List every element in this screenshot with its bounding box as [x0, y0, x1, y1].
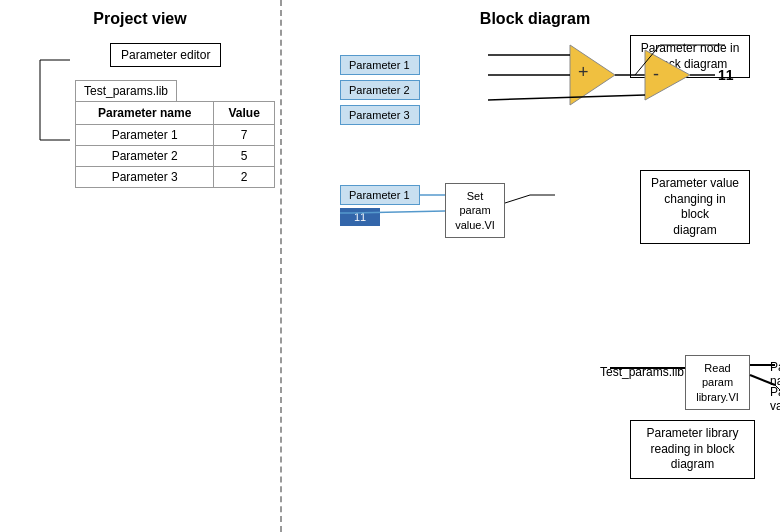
diagram1-svg: + - 11	[570, 40, 780, 160]
param-node-1: Parameter 1	[340, 55, 420, 75]
diagram2-svg	[420, 185, 620, 245]
svg-text:11: 11	[718, 67, 734, 83]
svg-marker-5	[645, 50, 690, 100]
param-editor-label: Parameter editor	[110, 43, 221, 67]
svg-text:+: +	[578, 62, 589, 82]
col-header-name: Parameter name	[76, 102, 214, 125]
table-cell-2-0: Parameter 3	[76, 167, 214, 188]
svg-line-11	[488, 95, 645, 100]
bracket-svg	[30, 55, 60, 175]
param-table: Parameter name Value Parameter 17Paramet…	[75, 101, 275, 188]
param-node-2: Parameter 2	[340, 80, 420, 100]
table-row: Parameter 17	[76, 125, 275, 146]
col-header-value: Value	[214, 102, 275, 125]
table-row: Parameter 32	[76, 167, 275, 188]
table-cell-2-1: 2	[214, 167, 275, 188]
diagram2-annotation: Parameter valuechanging in blockdiagram	[640, 170, 750, 244]
table-row: Parameter 25	[76, 146, 275, 167]
param-node-3: Parameter 3	[340, 105, 420, 125]
svg-line-17	[505, 195, 530, 203]
table-cell-1-0: Parameter 2	[76, 146, 214, 167]
diagram3-svg	[580, 350, 780, 470]
table-cell-0-1: 7	[214, 125, 275, 146]
lib-name: Test_params.lib	[75, 80, 177, 101]
table-cell-0-0: Parameter 1	[76, 125, 214, 146]
svg-text:-: -	[653, 64, 659, 84]
svg-line-21	[750, 375, 775, 385]
main-container: Project view Parameter editor Test_param…	[0, 0, 780, 532]
right-panel: Block diagram Parameter 1 Parameter 2 Pa…	[290, 0, 780, 532]
block-diagram-title: Block diagram	[300, 10, 770, 28]
left-panel: Project view Parameter editor Test_param…	[0, 0, 280, 532]
svg-line-22	[775, 385, 780, 405]
value-box: 11	[340, 208, 380, 226]
param-node-diag2: Parameter 1	[340, 185, 420, 205]
table-cell-1-1: 5	[214, 146, 275, 167]
project-view-title: Project view	[10, 10, 270, 28]
panel-divider	[280, 0, 282, 532]
